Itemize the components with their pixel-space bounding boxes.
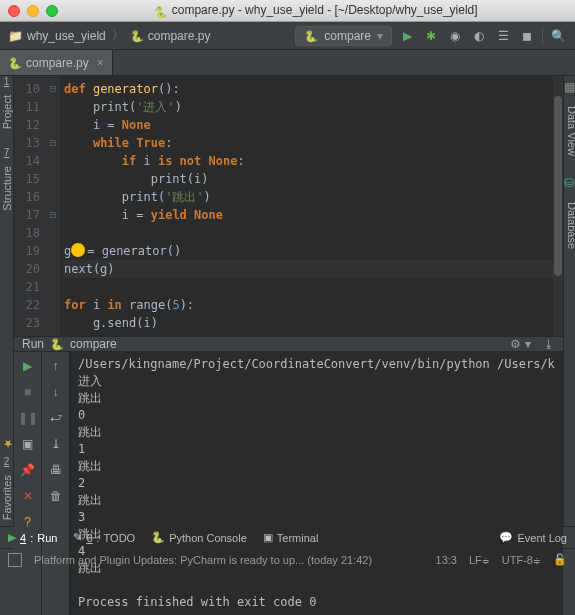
main-area: 1 Project 7 Structure ★ 2 Favorites 10 1… — [0, 76, 575, 526]
pin-button[interactable]: 📌 — [20, 462, 36, 478]
python-icon — [151, 531, 165, 545]
search-everywhere-button[interactable]: 🔍 — [549, 27, 567, 45]
run-config-label: compare — [324, 29, 371, 43]
folder-icon — [8, 29, 23, 43]
todo-icon: ✎ — [73, 531, 82, 544]
close-run-button[interactable]: ✕ — [20, 488, 36, 504]
structure-toolwin-button[interactable]: Structure — [1, 160, 13, 217]
database-toolwin-button[interactable]: Database — [566, 196, 575, 255]
window-title: compare.py - why_use_yield - [~/Desktop/… — [65, 3, 567, 19]
rerun-button[interactable]: ▶ — [20, 358, 36, 374]
project-toolwin-num: 1 — [4, 76, 10, 87]
run-config-selector[interactable]: compare ▾ — [295, 26, 392, 46]
python-file-icon — [154, 5, 168, 19]
close-window-button[interactable] — [8, 5, 20, 17]
intention-bulb-icon[interactable] — [71, 243, 85, 257]
run-toolwin-label: Run — [37, 532, 57, 544]
breadcrumb-file: compare.py — [148, 29, 211, 43]
fold-gutter[interactable]: ⊟ ⊟ ⊟ — [46, 76, 60, 336]
editor-scrollbar[interactable] — [553, 76, 563, 336]
dataview-toolwin-button[interactable]: Data View — [566, 100, 575, 162]
close-tab-icon[interactable]: × — [97, 56, 104, 70]
todo-toolwin-num: 6 — [86, 532, 92, 544]
run-label: Run — [22, 337, 44, 351]
tab-label: compare.py — [26, 56, 89, 70]
titlebar: compare.py - why_use_yield - [~/Desktop/… — [0, 0, 575, 22]
readonly-lock-icon[interactable]: 🔓 — [553, 553, 567, 566]
line-number-gutter: 10 11 12 13 14 15 16 17 18 19 20 21 22 2… — [14, 76, 46, 336]
export-icon[interactable]: ⭳ — [543, 337, 555, 351]
layout-settings-button[interactable]: ▣ — [20, 436, 36, 452]
favorites-star-icon: ★ — [0, 431, 13, 456]
chevron-down-icon: ▾ — [377, 29, 383, 43]
chevron-right-icon: 〉 — [112, 27, 124, 44]
database-icon[interactable]: ⛁ — [564, 176, 575, 192]
debug-button[interactable]: ✱ — [422, 27, 440, 45]
play-icon: ▶ — [8, 531, 16, 544]
todo-toolwin-button[interactable]: ✎ 6: TODO — [73, 531, 135, 544]
structure-toolwin-num: 7 — [4, 147, 10, 158]
scroll-down-button[interactable]: ↓ — [48, 384, 64, 400]
terminal-icon: ▣ — [263, 531, 273, 544]
line-separator[interactable]: LF≑ — [469, 554, 490, 566]
clear-all-button[interactable]: 🗑 — [48, 488, 64, 504]
run-toolwin-button[interactable]: ▶ 4: Run — [8, 531, 57, 544]
favorites-toolwin-button[interactable]: Favorites — [1, 469, 13, 526]
python-console-toolwin-button[interactable]: Python Console — [151, 531, 247, 545]
tab-compare[interactable]: compare.py × — [0, 50, 113, 75]
window-controls — [8, 5, 58, 17]
help-button[interactable]: ? — [20, 514, 36, 530]
status-message[interactable]: Platform and Plugin Updates: PyCharm is … — [34, 554, 424, 566]
breadcrumb-folder: why_use_yield — [27, 29, 106, 43]
python-icon — [304, 29, 318, 43]
stop-action-button[interactable]: ◼ — [518, 27, 536, 45]
minimize-window-button[interactable] — [27, 5, 39, 17]
coverage-button[interactable]: ◉ — [446, 27, 464, 45]
dataview-icon[interactable]: ▦ — [564, 80, 575, 96]
editor-wrap: 10 11 12 13 14 15 16 17 18 19 20 21 22 2… — [14, 76, 563, 526]
print-button[interactable]: 🖶 — [48, 462, 64, 478]
run-button[interactable]: ▶ — [398, 27, 416, 45]
code-editor[interactable]: 10 11 12 13 14 15 16 17 18 19 20 21 22 2… — [14, 76, 563, 336]
run-body: ▶ ■ ❚❚ ▣ 📌 ✕ ? ↑ ↓ ⮐ ⤓ 🖶 🗑 /Users/kingna… — [14, 352, 563, 615]
zoom-window-button[interactable] — [46, 5, 58, 17]
soft-wrap-button[interactable]: ⮐ — [48, 410, 64, 426]
python-file-icon — [8, 56, 22, 70]
scrollbar-thumb[interactable] — [554, 96, 562, 276]
terminal-label: Terminal — [277, 532, 319, 544]
left-toolwindow-bar: 1 Project 7 Structure ★ 2 Favorites — [0, 76, 14, 526]
run-controls-secondary: ↑ ↓ ⮐ ⤓ 🖶 🗑 — [42, 352, 70, 615]
event-log-toolwin-button[interactable]: 💬 Event Log — [499, 531, 567, 544]
python-console-label: Python Console — [169, 532, 247, 544]
console-output[interactable]: /Users/kingname/Project/CoordinateConver… — [70, 352, 563, 615]
right-toolwindow-bar: ▦ Data View ⛁ Database — [563, 76, 575, 526]
run-controls-primary: ▶ ■ ❚❚ ▣ 📌 ✕ ? — [14, 352, 42, 615]
pause-button[interactable]: ❚❚ — [20, 410, 36, 426]
speech-bubble-icon: 💬 — [499, 531, 513, 544]
profile-button[interactable]: ◐ — [470, 27, 488, 45]
code-content[interactable]: def generator(): print('进入') i = None wh… — [60, 76, 553, 336]
python-icon — [50, 337, 64, 351]
scroll-to-end-button[interactable]: ⤓ — [48, 436, 64, 452]
python-file-icon — [130, 29, 144, 43]
concurrency-button[interactable]: ☰ — [494, 27, 512, 45]
run-toolwin-num: 4 — [20, 532, 26, 544]
event-log-label: Event Log — [517, 532, 567, 544]
tool-windows-toggle-icon[interactable] — [8, 553, 22, 567]
editor-tabs: compare.py × — [0, 50, 575, 76]
terminal-toolwin-button[interactable]: ▣ Terminal — [263, 531, 319, 544]
gear-icon[interactable]: ⚙ ▾ — [510, 337, 530, 351]
todo-toolwin-label: TODO — [104, 532, 136, 544]
file-encoding[interactable]: UTF-8≑ — [502, 554, 541, 566]
run-header: Run compare ⚙ ▾ ⭳ — [14, 337, 563, 352]
favorites-toolwin-num: 2 — [4, 456, 10, 467]
breadcrumb[interactable]: why_use_yield 〉 compare.py — [8, 27, 210, 44]
caret-position[interactable]: 13:3 — [436, 554, 457, 566]
navigation-bar: why_use_yield 〉 compare.py compare ▾ ▶ ✱… — [0, 22, 575, 50]
scroll-up-button[interactable]: ↑ — [48, 358, 64, 374]
project-toolwin-button[interactable]: Project — [1, 89, 13, 135]
stop-button[interactable]: ■ — [20, 384, 36, 400]
run-config-name: compare — [70, 337, 117, 351]
